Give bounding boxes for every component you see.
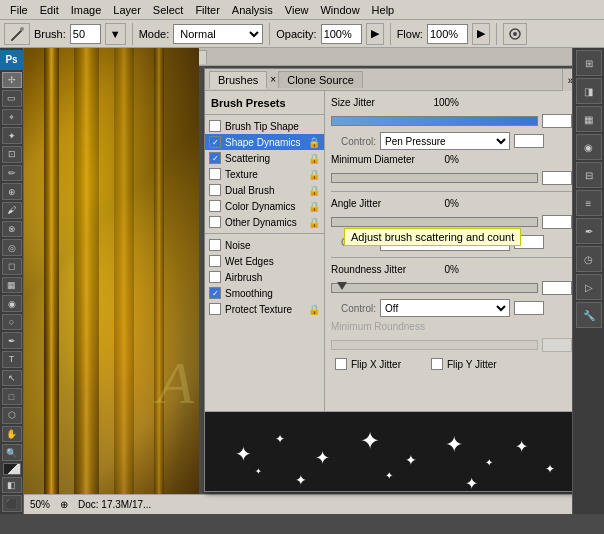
tool-eyedropper[interactable]: ✏ xyxy=(2,165,22,182)
tool-3d[interactable]: ⬡ xyxy=(2,407,22,424)
menu-help[interactable]: Help xyxy=(366,2,401,18)
min-diameter-input[interactable] xyxy=(542,171,572,185)
check-scattering[interactable]: ✓ xyxy=(209,152,221,164)
tool-brush[interactable]: 🖌 xyxy=(2,202,22,219)
tool-select-rect[interactable]: ▭ xyxy=(2,90,22,107)
opacity-field[interactable] xyxy=(324,28,359,40)
brush-size-input[interactable] xyxy=(70,24,101,44)
color-btn[interactable]: ◨ xyxy=(576,78,602,104)
check-dual-brush[interactable] xyxy=(209,184,221,196)
layers-btn[interactable]: ⊟ xyxy=(576,162,602,188)
sidebar-item-shape-dynamics[interactable]: ✓ Shape Dynamics 🔒 xyxy=(205,134,324,150)
brush-tool-btn[interactable] xyxy=(4,23,30,45)
menu-layer[interactable]: Layer xyxy=(107,2,147,18)
flow-input[interactable] xyxy=(427,24,468,44)
tool-lasso[interactable]: ⌖ xyxy=(2,109,22,126)
tool-hand[interactable]: ✋ xyxy=(2,426,22,443)
tool-presets-btn[interactable]: 🔧 xyxy=(576,302,602,328)
menu-analysis[interactable]: Analysis xyxy=(226,2,279,18)
flow-options-btn[interactable]: ▶ xyxy=(472,23,490,45)
menu-view[interactable]: View xyxy=(279,2,315,18)
flow-field[interactable] xyxy=(430,28,465,40)
tool-mode[interactable]: ◧ xyxy=(2,477,22,494)
min-diameter-slider[interactable] xyxy=(331,173,538,183)
control1-select[interactable]: Pen Pressure xyxy=(380,132,510,150)
airbrush-btn[interactable] xyxy=(503,23,527,45)
tool-crop[interactable]: ⊡ xyxy=(2,146,22,163)
tool-path-select[interactable]: ↖ xyxy=(2,370,22,387)
tool-move[interactable]: ✢ xyxy=(2,72,22,89)
brush-presets-header[interactable]: Brush Presets xyxy=(205,95,324,111)
check-protect-texture[interactable] xyxy=(209,303,221,315)
tool-text[interactable]: T xyxy=(2,351,22,368)
sidebar-item-airbrush[interactable]: Airbrush xyxy=(205,269,324,285)
brush-options-btn[interactable]: ▼ xyxy=(105,23,126,45)
opacity-input[interactable] xyxy=(321,24,362,44)
check-shape-dynamics[interactable]: ✓ xyxy=(209,136,221,148)
sidebar-item-wet-edges[interactable]: Wet Edges xyxy=(205,253,324,269)
menu-select[interactable]: Select xyxy=(147,2,190,18)
panel-expand-btn[interactable]: » xyxy=(562,69,572,91)
check-color-dynamics[interactable] xyxy=(209,200,221,212)
mode-select[interactable]: Normal xyxy=(173,24,263,44)
sidebar-item-protect-texture[interactable]: Protect Texture 🔒 xyxy=(205,301,324,317)
paths-btn[interactable]: ✒ xyxy=(576,218,602,244)
tool-clone[interactable]: ⊗ xyxy=(2,221,22,238)
menu-filter[interactable]: Filter xyxy=(189,2,225,18)
channels-btn[interactable]: ≡ xyxy=(576,190,602,216)
flip-y-checkbox[interactable] xyxy=(431,358,443,370)
control3-input[interactable] xyxy=(514,301,544,315)
menu-window[interactable]: Window xyxy=(314,2,365,18)
tool-blur[interactable]: ◉ xyxy=(2,295,22,312)
check-tip-shape[interactable] xyxy=(209,120,221,132)
sidebar-item-noise[interactable]: Noise xyxy=(205,237,324,253)
angle-jitter-input[interactable] xyxy=(542,215,572,229)
styles-btn[interactable]: ◉ xyxy=(576,134,602,160)
swatches-btn[interactable]: ▦ xyxy=(576,106,602,132)
sidebar-item-smoothing[interactable]: ✓ Smoothing xyxy=(205,285,324,301)
menu-file[interactable]: File xyxy=(4,2,34,18)
zoom-icon[interactable]: ⊕ xyxy=(60,499,68,510)
size-jitter-slider[interactable] xyxy=(331,116,538,126)
tool-pen[interactable]: ✒ xyxy=(2,332,22,349)
sidebar-item-scattering[interactable]: ✓ Scattering 🔒 xyxy=(205,150,324,166)
tool-history[interactable]: ◎ xyxy=(2,239,22,256)
menu-edit[interactable]: Edit xyxy=(34,2,65,18)
flip-x-checkbox[interactable] xyxy=(335,358,347,370)
tool-eraser[interactable]: ◻ xyxy=(2,258,22,275)
sidebar-item-dual-brush[interactable]: Dual Brush 🔒 xyxy=(205,182,324,198)
check-wet-edges[interactable] xyxy=(209,255,221,267)
tool-wand[interactable]: ✦ xyxy=(2,127,22,144)
brush-size-field[interactable] xyxy=(73,28,98,40)
sidebar-item-color-dynamics[interactable]: Color Dynamics 🔒 xyxy=(205,198,324,214)
check-airbrush[interactable] xyxy=(209,271,221,283)
roundness-jitter-input[interactable] xyxy=(542,281,572,295)
tool-gradient[interactable]: ▦ xyxy=(2,277,22,294)
tool-shapes[interactable]: □ xyxy=(2,388,22,405)
tool-heal[interactable]: ⊕ xyxy=(2,183,22,200)
opacity-options-btn[interactable]: ▶ xyxy=(366,23,384,45)
check-other-dynamics[interactable] xyxy=(209,216,221,228)
tool-screen-mode[interactable]: ⬛ xyxy=(2,495,22,512)
check-smoothing[interactable]: ✓ xyxy=(209,287,221,299)
tool-dodge[interactable]: ○ xyxy=(2,314,22,331)
sidebar-item-tip-shape[interactable]: Brush Tip Shape xyxy=(205,118,324,134)
sidebar-item-other-dynamics[interactable]: Other Dynamics 🔒 xyxy=(205,214,324,230)
tab-close-brushes[interactable]: × xyxy=(270,74,276,85)
navigator-btn[interactable]: ⊞ xyxy=(576,50,602,76)
history-btn[interactable]: ◷ xyxy=(576,246,602,272)
menu-image[interactable]: Image xyxy=(65,2,108,18)
sidebar-item-texture[interactable]: Texture 🔒 xyxy=(205,166,324,182)
angle-jitter-slider[interactable] xyxy=(331,217,538,227)
tool-fg-bg[interactable] xyxy=(3,463,21,475)
tab-brushes[interactable]: Brushes xyxy=(209,71,267,89)
check-texture[interactable] xyxy=(209,168,221,180)
size-jitter-input[interactable] xyxy=(542,114,572,128)
control3-select[interactable]: Off xyxy=(380,299,510,317)
actions-btn[interactable]: ▷ xyxy=(576,274,602,300)
check-noise[interactable] xyxy=(209,239,221,251)
control1-input[interactable] xyxy=(514,134,544,148)
tool-zoom[interactable]: 🔍 xyxy=(2,444,22,461)
tab-clone-source[interactable]: Clone Source xyxy=(278,71,363,88)
roundness-jitter-slider[interactable] xyxy=(331,283,538,293)
